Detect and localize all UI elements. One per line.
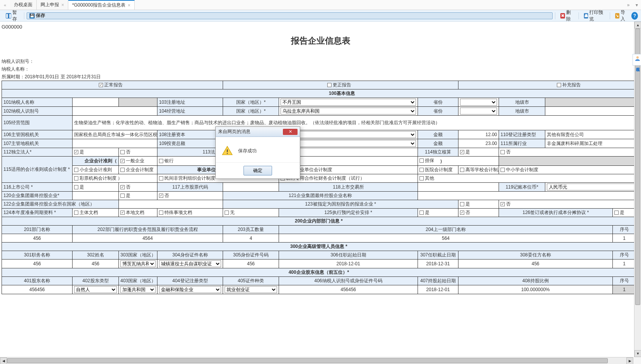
cb-115-uni[interactable]: 高等学校会计制度: [460, 167, 499, 173]
sel-province-1[interactable]: [458, 98, 499, 107]
val-city-2[interactable]: [545, 107, 641, 116]
content-area: G000000 报告企业信息表 纳税人识别号： 纳税人名称： 所属时期：2018…: [0, 22, 641, 357]
lbl-108-amt: 金额: [418, 130, 458, 139]
val-122[interactable]: [119, 200, 223, 209]
cb-115-other[interactable]: 其他: [419, 175, 434, 182]
scroll-right-icon[interactable]: ▶: [626, 357, 633, 364]
lbl-104: 104经营地址: [157, 107, 223, 116]
val-102[interactable]: [73, 107, 157, 116]
col-305: 305身份证件号码: [223, 251, 279, 260]
lbl-country-1: 国家（地区）*: [223, 98, 279, 107]
delete-button[interactable]: ✖删除: [558, 8, 576, 24]
cb-116-no[interactable]: ✓否: [120, 184, 130, 190]
cb-114-yes[interactable]: ✓是: [460, 149, 470, 155]
tab-report-sheet[interactable]: *G000000报告企业信息表×: [68, 0, 135, 10]
print-preview-button[interactable]: 🖶打印预览: [581, 8, 607, 24]
lbl-109: 109投资总额: [157, 139, 223, 148]
cb-116-yes[interactable]: 是: [74, 184, 84, 190]
sel-119[interactable]: 人民币元: [545, 183, 641, 192]
col-403: 403国家（地区）: [119, 277, 157, 285]
sel-country-2[interactable]: 乌拉圭东岸共和国: [279, 107, 418, 116]
cb-115-acc[interactable]: 企业会计制度: [120, 167, 154, 173]
cb-124-loc[interactable]: ✓本地文档: [120, 209, 144, 216]
horizontal-scrollbar[interactable]: ◀ ▶: [0, 357, 633, 364]
save-icon: 💾: [29, 13, 35, 19]
online-service-badge[interactable]: 在线客服: [633, 54, 641, 66]
vertical-scrollbar[interactable]: ▲ ▼: [634, 22, 641, 357]
cb-124-none[interactable]: 无: [225, 209, 235, 216]
lbl-110: 110登记注册类型: [499, 130, 545, 139]
help-icon[interactable]: ?: [631, 12, 638, 20]
lbl-107: 107主管地税机关: [2, 139, 73, 148]
close-icon[interactable]: ×: [61, 2, 64, 8]
cb-112-yes[interactable]: ✓是: [74, 149, 84, 155]
tab-webfile[interactable]: 网上申报×: [37, 0, 68, 10]
cb-115-gen[interactable]: ✓一般企业: [120, 158, 144, 164]
cb-123-no[interactable]: ✓否: [501, 201, 511, 207]
dialog-close-button[interactable]: ✕: [283, 129, 298, 135]
tabs-menu-icon[interactable]: ▾: [633, 0, 641, 10]
cb-115-lot[interactable]: 彩票机构会计制度 ）: [74, 175, 122, 182]
import-icon: ↘: [615, 13, 619, 19]
val-121[interactable]: [418, 192, 641, 200]
scroll-thumb-v[interactable]: [635, 29, 640, 305]
cb-125-yes[interactable]: 是: [419, 209, 430, 216]
sel-111[interactable]: 非金属废料和碎屑加工处理: [545, 139, 641, 148]
lbl-119: 119记账本位币*: [499, 183, 545, 192]
tab-bar: « 办税桌面 网上申报× *G000000报告企业信息表× » ▾: [0, 0, 641, 10]
cb-120-yes[interactable]: 是: [120, 192, 130, 199]
cb-125-no[interactable]: ✓否: [460, 209, 470, 216]
col-201: 201部门名称: [2, 226, 73, 234]
correct-report-checkbox[interactable]: 更正报告: [327, 82, 351, 88]
cb-114-no[interactable]: 否: [501, 149, 511, 155]
report-table: ✓正常报告 更正报告 补充报告 100基本信息 101纳税人名称 103注册地址…: [2, 81, 641, 294]
val-110[interactable]: 其他有限责任公司: [545, 130, 641, 139]
dialog-ok-button[interactable]: 确定: [244, 166, 272, 175]
section-100-header: 100基本信息: [2, 89, 641, 98]
pause-button[interactable]: ❚❚暂存: [3, 8, 22, 24]
close-icon[interactable]: ×: [128, 3, 130, 8]
lbl-114: 114独立核算: [418, 148, 458, 157]
import-button[interactable]: ↘导入: [612, 8, 631, 24]
val-105[interactable]: 生物柴油生产销售；化学改性的动、植物油、脂生产销售；商品与技术的进出口业务；废物…: [73, 116, 641, 130]
col-203: 203员工数量: [223, 226, 279, 234]
cb-115-prim[interactable]: 中小学会计制度: [501, 167, 538, 173]
svg-point-0: [636, 56, 639, 59]
cb-115-guar[interactable]: 担保: [419, 157, 434, 164]
save-success-dialog: 来自网页的消息 ✕ 保存成功 确定: [215, 126, 300, 179]
col-304: 304身份证件名称: [157, 251, 223, 260]
table-row: 456456445641: [2, 234, 641, 243]
save-button[interactable]: 💾保存: [27, 12, 553, 19]
doc-id: G000000: [2, 23, 639, 30]
section-200-header: 200企业内部部门信息 *: [2, 217, 636, 226]
cb-115-hosp[interactable]: 医院会计制度: [419, 167, 453, 173]
cb-124-main[interactable]: 主体文档: [74, 209, 98, 216]
cb-112-no[interactable]: 否: [120, 149, 130, 155]
sel-country-1[interactable]: 不丹王国: [279, 98, 418, 107]
val-107[interactable]: [73, 139, 157, 148]
scroll-thumb-h[interactable]: [7, 358, 608, 363]
col-401: 401股东名称: [2, 277, 73, 285]
val-106[interactable]: 国家税务总局商丘市城乡一体化示范区税务局: [73, 130, 157, 139]
section-400-header: 400企业股东信息（前五位）*: [2, 268, 636, 277]
cb-115-small[interactable]: 小企业会计准则: [74, 167, 112, 173]
cb-120-no[interactable]: ✓否: [159, 192, 169, 199]
dialog-title-bar[interactable]: 来自网页的消息 ✕: [216, 127, 300, 137]
val-109-amt[interactable]: 23.00: [458, 139, 499, 148]
sel-province-2[interactable]: [458, 107, 499, 116]
val-117[interactable]: [223, 183, 279, 192]
supp-report-checkbox[interactable]: 补充报告: [557, 82, 581, 88]
val-101[interactable]: [73, 98, 119, 107]
val-108-amt[interactable]: 12.00: [458, 130, 499, 139]
scroll-up-icon[interactable]: ▲: [634, 22, 641, 29]
cb-115-npo[interactable]: 民间非营利组织会计制度: [159, 175, 215, 182]
scroll-left-icon[interactable]: ◀: [0, 357, 7, 364]
cb-124-spec[interactable]: 特殊事项文档: [159, 209, 192, 216]
cb-115-bank[interactable]: 银行: [159, 158, 174, 164]
normal-report-checkbox[interactable]: ✓正常报告: [99, 82, 123, 88]
col-402: 402股东类型: [73, 277, 119, 285]
cb-126-yes[interactable]: 是: [614, 209, 624, 216]
cb-123-yes[interactable]: 是: [460, 201, 470, 207]
scroll-down-icon[interactable]: ▼: [634, 350, 641, 357]
val-118[interactable]: [418, 183, 499, 192]
